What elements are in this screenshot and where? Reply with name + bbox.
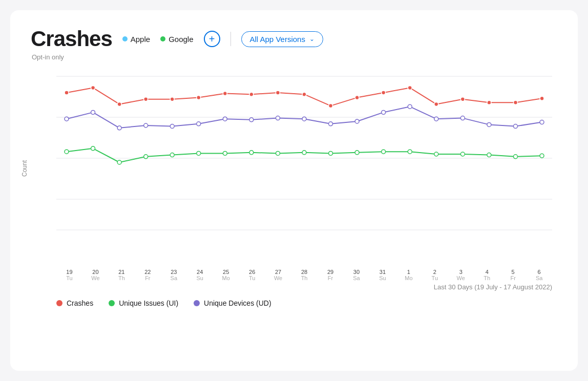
svg-point-11 [117, 102, 121, 106]
svg-point-42 [434, 152, 438, 156]
svg-point-24 [460, 97, 465, 101]
svg-point-58 [355, 119, 359, 123]
chevron-down-icon: ⌄ [309, 35, 314, 43]
svg-point-20 [355, 96, 359, 100]
x-label: 5Fr [500, 269, 526, 281]
svg-point-14 [197, 96, 201, 100]
x-label: 1Mo [395, 269, 422, 281]
x-label: 29Fr [318, 269, 344, 281]
svg-point-23 [434, 102, 438, 106]
svg-point-51 [170, 124, 174, 129]
header-divider [230, 32, 231, 46]
x-label: 3We [448, 269, 474, 281]
svg-point-44 [487, 153, 491, 157]
svg-point-50 [144, 123, 148, 128]
svg-point-45 [513, 155, 517, 159]
svg-point-38 [329, 151, 333, 155]
svg-point-46 [540, 154, 544, 158]
page-title: Crashes [31, 27, 112, 51]
apple-legend-item: Apple [122, 35, 150, 44]
unique-issues-legend-label: Unique Issues (UI) [119, 299, 178, 307]
svg-point-25 [487, 100, 491, 104]
x-label: 23Sa [161, 269, 187, 281]
svg-point-43 [460, 152, 465, 156]
x-label: 6Sa [526, 269, 552, 281]
unique-issues-legend-dot [109, 300, 115, 306]
svg-point-56 [302, 117, 306, 121]
svg-point-52 [197, 122, 201, 126]
svg-point-10 [91, 86, 95, 90]
x-label: 22Fr [135, 269, 161, 281]
unique-devices-legend-item: Unique Devices (UD) [194, 299, 271, 307]
svg-point-17 [276, 91, 280, 95]
add-platform-button[interactable]: + [204, 31, 220, 47]
svg-point-59 [382, 110, 386, 114]
crashes-legend-dot [56, 300, 62, 306]
google-legend-dot [160, 36, 165, 41]
unique-issues-legend-item: Unique Issues (UI) [109, 299, 178, 307]
chart-inner: 600 400 200 0 [56, 71, 552, 235]
svg-point-55 [276, 116, 280, 120]
svg-point-33 [197, 151, 201, 155]
line-chart: 600 400 200 0 [56, 71, 552, 235]
svg-point-21 [382, 91, 386, 95]
x-label: 4Th [474, 269, 500, 281]
svg-point-49 [117, 126, 121, 130]
crashes-legend-label: Crashes [67, 299, 93, 307]
x-label: 2Tu [422, 269, 448, 281]
subtitle: Opt-in only [32, 53, 557, 61]
x-label: 20We [82, 269, 109, 281]
svg-point-26 [513, 100, 517, 104]
x-axis: 19Tu20We21Th22Fr23Sa24Su25Mo26Tu27We28Th… [56, 269, 552, 281]
svg-point-54 [249, 118, 254, 122]
svg-point-12 [144, 97, 148, 101]
svg-point-27 [540, 96, 544, 100]
unique-devices-legend-label: Unique Devices (UD) [204, 299, 271, 307]
google-legend-item: Google [160, 35, 193, 44]
svg-point-18 [302, 92, 306, 96]
bottom-legend: Crashes Unique Issues (UI) Unique Device… [56, 299, 557, 307]
x-label: 31Su [369, 269, 395, 281]
svg-point-35 [249, 151, 254, 155]
svg-point-60 [408, 104, 412, 109]
svg-point-22 [408, 86, 412, 90]
svg-point-16 [249, 92, 254, 96]
svg-point-40 [382, 150, 386, 154]
svg-point-39 [355, 151, 359, 155]
x-label: 25Mo [213, 269, 239, 281]
svg-point-31 [144, 155, 148, 159]
x-label: 26Tu [239, 269, 265, 281]
date-range: Last 30 Days (19 July - 17 August 2022) [31, 283, 552, 291]
x-label: 27We [265, 269, 291, 281]
svg-point-15 [223, 92, 227, 96]
x-label: 21Th [109, 269, 135, 281]
svg-point-19 [329, 104, 333, 108]
x-label: 19Tu [56, 269, 82, 281]
svg-point-64 [513, 124, 517, 129]
x-label: 24Su [187, 269, 213, 281]
x-label: 30Sa [343, 269, 369, 281]
version-dropdown-label: All App Versions [250, 35, 305, 44]
svg-point-13 [170, 97, 174, 101]
apple-legend-dot [122, 36, 128, 41]
crashes-legend-item: Crashes [56, 299, 93, 307]
svg-point-62 [460, 116, 465, 120]
platform-legend: Apple Google + [122, 31, 220, 47]
y-axis-label: Count [21, 160, 28, 177]
google-label: Google [169, 35, 193, 44]
svg-point-61 [434, 117, 438, 121]
x-label: 28Th [291, 269, 318, 281]
svg-point-37 [302, 151, 306, 155]
unique-devices-legend-dot [194, 300, 200, 306]
svg-point-57 [329, 122, 333, 126]
svg-point-9 [65, 91, 69, 95]
svg-point-34 [223, 151, 227, 155]
svg-point-53 [223, 117, 227, 121]
svg-point-28 [65, 150, 69, 154]
apple-label: Apple [131, 35, 150, 44]
svg-point-41 [408, 150, 412, 154]
svg-point-36 [276, 151, 280, 155]
version-dropdown[interactable]: All App Versions ⌄ [241, 31, 323, 47]
svg-point-48 [91, 110, 95, 114]
svg-point-65 [540, 120, 544, 124]
